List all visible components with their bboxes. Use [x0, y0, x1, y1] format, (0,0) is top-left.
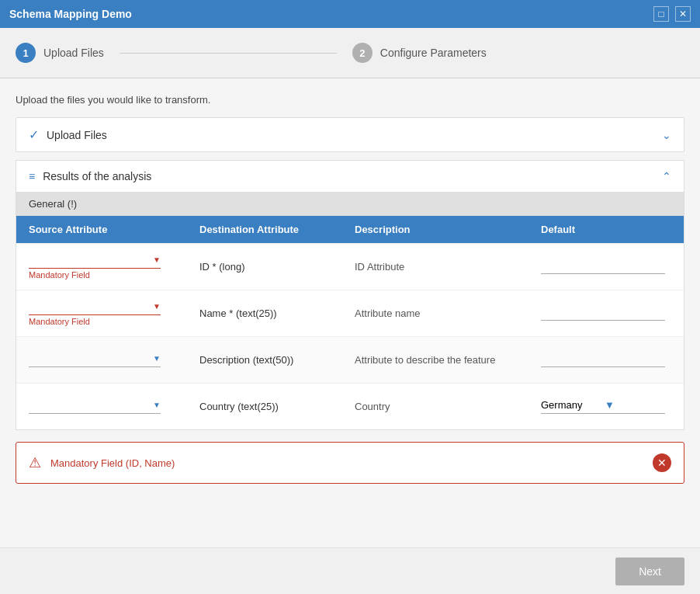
dropdown-arrow-desc: ▼ — [153, 354, 161, 363]
table-header: Source Attribute Destination Attribute D… — [16, 216, 684, 243]
source-input-country[interactable] — [29, 399, 153, 411]
step-1: 1 Upload Files — [16, 43, 104, 63]
general-bar: General (!) — [16, 192, 684, 216]
mandatory-label-id: Mandatory Field — [29, 270, 199, 280]
upload-chevron-icon: ⌄ — [662, 129, 671, 141]
default-input-desc[interactable] — [541, 353, 671, 364]
close-button[interactable]: ✕ — [675, 6, 691, 22]
source-select-desc: ▼ — [29, 353, 199, 367]
germany-arrow-icon: ▼ — [605, 399, 665, 411]
default-field-id[interactable] — [541, 259, 665, 274]
source-input-id[interactable] — [29, 254, 153, 266]
main-window: Schema Mapping Demo □ ✕ 1 Upload Files 2… — [0, 0, 700, 594]
main-content: Upload the files you would like to trans… — [0, 78, 700, 547]
upload-files-title: Upload Files — [47, 129, 107, 141]
warning-icon: ⚠ — [29, 454, 41, 471]
source-input-name[interactable] — [29, 300, 153, 312]
steps-bar: 1 Upload Files 2 Configure Parameters — [0, 28, 700, 78]
default-field-name[interactable] — [541, 306, 665, 321]
source-select-country: ▼ — [29, 399, 199, 414]
close-error-button[interactable]: ✕ — [653, 453, 671, 472]
table-row: ▼ Mandatory Field ID * (long) ID Attribu… — [16, 243, 684, 290]
col-destination-attribute: Destination Attribute — [199, 224, 355, 235]
step-2-label: Configure Parameters — [380, 47, 487, 59]
step-divider — [120, 53, 337, 54]
dropdown-arrow-name: ▼ — [153, 302, 161, 311]
upload-files-section: ✓ Upload Files ⌄ — [16, 117, 684, 152]
dropdown-arrow-country: ▼ — [153, 401, 161, 409]
default-field-desc[interactable] — [541, 353, 665, 367]
source-dropdown-country[interactable]: ▼ — [29, 399, 161, 414]
error-banner: ⚠ Mandatory Field (ID, Name) ✕ — [16, 442, 684, 484]
dest-attr-id: ID * (long) — [199, 261, 355, 273]
title-bar: Schema Mapping Demo □ ✕ — [0, 0, 700, 28]
step-1-number: 1 — [16, 43, 36, 63]
general-label: General (!) — [29, 198, 77, 210]
error-banner-text: Mandatory Field (ID, Name) — [50, 457, 175, 469]
upload-description: Upload the files you would like to trans… — [16, 94, 684, 106]
analysis-chevron-icon: ⌃ — [662, 170, 671, 182]
table-row: ▼ Mandatory Field Name * (text(25)) Attr… — [16, 290, 684, 336]
desc-id: ID Attribute — [355, 261, 541, 273]
window-title: Schema Mapping Demo — [9, 8, 132, 20]
step-2: 2 Configure Parameters — [352, 43, 487, 63]
default-input-id[interactable] — [541, 259, 671, 271]
checkmark-icon: ✓ — [29, 127, 39, 142]
analysis-section: ≡ Results of the analysis ⌃ General (!) … — [16, 160, 684, 430]
source-dropdown-name[interactable]: ▼ — [29, 300, 161, 315]
mandatory-label-name: Mandatory Field — [29, 317, 199, 326]
step-2-number: 2 — [352, 43, 373, 63]
analysis-header[interactable]: ≡ Results of the analysis ⌃ — [16, 161, 684, 192]
source-input-desc[interactable] — [29, 353, 153, 364]
source-dropdown-id[interactable]: ▼ — [29, 254, 161, 269]
dest-attr-desc: Description (text(50)) — [199, 354, 355, 366]
default-input-name[interactable] — [541, 306, 671, 318]
upload-files-header[interactable]: ✓ Upload Files ⌄ — [16, 118, 684, 151]
step-1-label: Upload Files — [43, 47, 104, 59]
desc-desc: Attribute to describe the feature — [355, 354, 541, 366]
minimize-button[interactable]: □ — [653, 6, 669, 22]
col-default: Default — [541, 224, 671, 235]
dropdown-arrow-id: ▼ — [153, 255, 161, 264]
desc-name: Attribute name — [355, 307, 541, 319]
footer: Next — [0, 547, 700, 594]
source-select-name: ▼ Mandatory Field — [29, 300, 199, 326]
desc-country: Country — [355, 401, 541, 412]
table-row: ▼ Description (text(50)) Attribute to de… — [16, 336, 684, 383]
dest-attr-country: Country (text(25)) — [199, 401, 355, 412]
error-banner-left: ⚠ Mandatory Field (ID, Name) — [29, 454, 175, 471]
germany-value: Germany — [541, 399, 601, 411]
table-row: ▼ Country (text(25)) Country Germany ▼ — [16, 383, 684, 429]
col-source-attribute: Source Attribute — [29, 224, 199, 235]
source-dropdown-desc[interactable]: ▼ — [29, 353, 161, 367]
analysis-header-left: ≡ Results of the analysis — [29, 170, 151, 182]
col-description: Description — [355, 224, 541, 235]
next-button[interactable]: Next — [615, 558, 684, 585]
upload-files-header-left: ✓ Upload Files — [29, 127, 107, 142]
list-icon: ≡ — [29, 170, 35, 182]
analysis-title: Results of the analysis — [43, 170, 151, 182]
germany-dropdown[interactable]: Germany ▼ — [541, 399, 665, 414]
dest-attr-name: Name * (text(25)) — [199, 307, 355, 319]
source-select-id: ▼ Mandatory Field — [29, 254, 199, 280]
window-controls: □ ✕ — [653, 6, 691, 22]
